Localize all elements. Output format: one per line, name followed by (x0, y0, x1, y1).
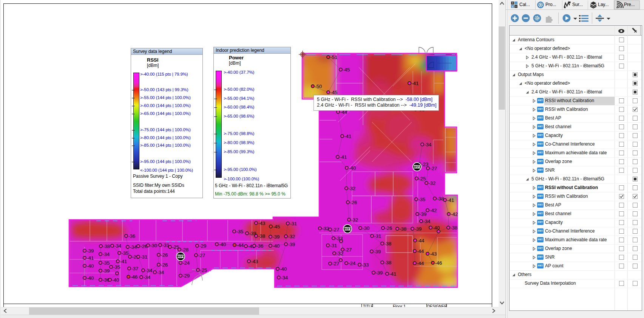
svg-text:x: x (512, 5, 513, 8)
svg-text:-26: -26 (385, 225, 392, 231)
svg-text:-26: -26 (350, 200, 357, 205)
svg-text:-34: -34 (423, 219, 431, 224)
svg-text:-38: -38 (385, 241, 392, 247)
svg-text:WiFi: WiFi (414, 165, 421, 169)
svg-text:-34: -34 (145, 268, 153, 273)
svg-text:-41: -41 (340, 154, 347, 160)
svg-text:-26: -26 (161, 252, 168, 258)
svg-text:-43: -43 (251, 259, 258, 264)
svg-text:-45: -45 (330, 90, 338, 95)
svg-text:÷: ÷ (515, 5, 517, 8)
svg-text:-25: -25 (200, 267, 207, 273)
svg-text:-34: -34 (425, 142, 432, 147)
svg-text:-38: -38 (385, 260, 392, 265)
svg-text:-40: -40 (219, 242, 226, 247)
svg-text:-32: -32 (337, 251, 344, 256)
svg-text:-24: -24 (183, 260, 190, 266)
svg-text:-37: -37 (131, 266, 139, 271)
svg-text:-30: -30 (150, 243, 158, 248)
svg-text:-34: -34 (281, 275, 288, 281)
svg-text:-25: -25 (419, 176, 426, 181)
svg-text:-24: -24 (349, 261, 356, 266)
svg-text:-51: -51 (330, 54, 338, 60)
svg-text:-43: -43 (258, 220, 266, 226)
svg-text:-40: -40 (87, 275, 94, 281)
svg-text:-31: -31 (141, 254, 148, 260)
svg-text:-29: -29 (199, 243, 207, 249)
svg-text:-32: -32 (288, 234, 295, 239)
svg-text:-39: -39 (374, 249, 381, 254)
svg-text:-39: -39 (103, 268, 110, 274)
svg-text:-31: -31 (374, 233, 381, 239)
svg-text:-44: -44 (237, 242, 244, 248)
svg-text:-39: -39 (288, 242, 295, 247)
svg-text:-35: -35 (419, 197, 426, 202)
svg-text:+: + (511, 1, 513, 5)
svg-text:-42: -42 (451, 211, 458, 217)
svg-text:-36: -36 (128, 233, 136, 239)
svg-text:-41: -41 (447, 197, 454, 203)
svg-text:-38: -38 (103, 244, 110, 249)
svg-text:-31: -31 (290, 221, 297, 226)
svg-text:-26: -26 (161, 262, 168, 268)
svg-text:-34: -34 (157, 270, 164, 275)
svg-text:WiFi: WiFi (344, 227, 351, 231)
svg-text:-28: -28 (182, 247, 189, 253)
svg-text:-26: -26 (141, 244, 148, 249)
svg-text:-46: -46 (435, 260, 442, 266)
svg-text:-23: -23 (422, 161, 429, 167)
svg-text:-34: -34 (103, 251, 110, 257)
svg-text:-39: -39 (415, 226, 422, 232)
svg-text:-27: -27 (345, 247, 352, 253)
svg-text:-27: -27 (332, 261, 340, 267)
svg-text:-34: -34 (144, 275, 151, 280)
svg-text:-40: -40 (87, 263, 94, 269)
svg-text:-34: -34 (130, 244, 137, 250)
svg-text:-40: -40 (112, 277, 119, 283)
svg-text:-38: -38 (400, 226, 407, 232)
svg-text:-39: -39 (376, 270, 383, 276)
svg-text:-38: -38 (451, 225, 458, 231)
svg-text:-44: -44 (417, 248, 424, 254)
svg-text:-27: -27 (430, 166, 437, 171)
svg-text:-32: -32 (349, 186, 356, 191)
svg-text:-32: -32 (429, 180, 436, 186)
svg-text:-39: -39 (87, 248, 94, 254)
svg-text:-35: -35 (122, 250, 129, 256)
svg-text:-40: -40 (280, 266, 287, 272)
svg-text:-50: -50 (315, 84, 322, 89)
svg-text:-41: -41 (389, 271, 397, 277)
svg-text:-: - (516, 1, 517, 5)
svg-text:-27: -27 (198, 253, 205, 258)
svg-text:-39: -39 (420, 211, 427, 217)
svg-text:-30: -30 (363, 225, 370, 231)
svg-text:-35: -35 (113, 264, 120, 270)
svg-text:-40: -40 (273, 243, 280, 249)
svg-text:-35: -35 (103, 260, 110, 266)
svg-text:-34: -34 (114, 243, 122, 249)
svg-text:WiFi: WiFi (177, 254, 184, 258)
svg-text:-45: -45 (343, 67, 350, 73)
svg-text:-43: -43 (430, 251, 437, 257)
svg-text:-44: -44 (417, 261, 424, 266)
svg-text:-41: -41 (120, 259, 127, 264)
svg-text:-27: -27 (332, 227, 340, 233)
svg-text:-29: -29 (183, 273, 190, 279)
svg-text:-32: -32 (351, 217, 358, 223)
svg-text:-32: -32 (322, 226, 329, 231)
svg-text:-31: -31 (330, 243, 337, 248)
svg-text:-45: -45 (273, 224, 280, 230)
svg-text:-42: -42 (430, 208, 437, 213)
svg-text:-33: -33 (362, 262, 369, 268)
svg-text:-44: -44 (417, 238, 425, 244)
svg-text:-41: -41 (344, 133, 352, 139)
svg-text:-40: -40 (349, 165, 356, 171)
svg-text:-36: -36 (256, 243, 264, 249)
svg-text:-38: -38 (437, 196, 444, 202)
svg-text:-35: -35 (236, 229, 244, 234)
svg-text:-41: -41 (412, 81, 419, 86)
svg-text:-38: -38 (258, 233, 266, 239)
svg-text:-41: -41 (87, 255, 94, 261)
svg-text:-46: -46 (131, 274, 138, 280)
svg-text:-39: -39 (273, 234, 280, 240)
